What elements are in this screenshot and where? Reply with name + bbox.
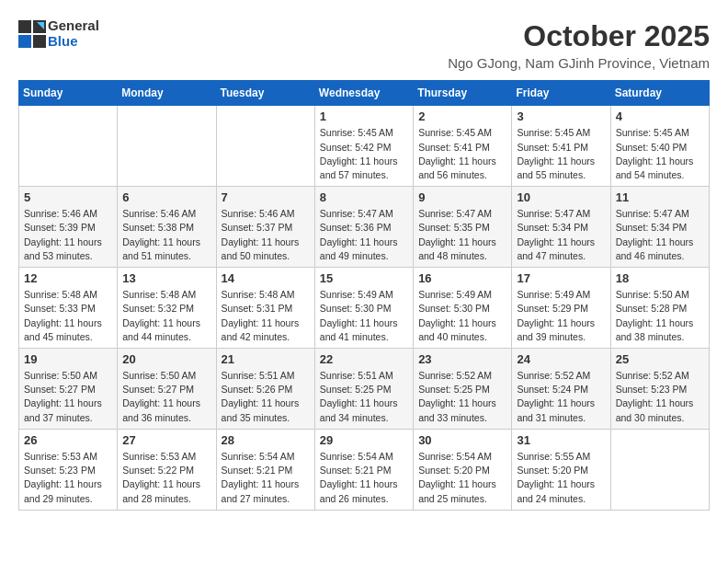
day-number: 13 bbox=[122, 271, 210, 285]
calendar-cell: 7Sunrise: 5:46 AM Sunset: 5:37 PM Daylig… bbox=[216, 187, 314, 268]
weekday-header-row: SundayMondayTuesdayWednesdayThursdayFrid… bbox=[19, 81, 710, 106]
day-info: Sunrise: 5:52 AM Sunset: 5:24 PM Dayligh… bbox=[517, 369, 605, 425]
calendar-cell bbox=[610, 429, 709, 510]
day-info: Sunrise: 5:46 AM Sunset: 5:37 PM Dayligh… bbox=[222, 207, 310, 263]
day-number: 26 bbox=[24, 433, 112, 447]
day-number: 9 bbox=[418, 190, 506, 204]
day-info: Sunrise: 5:46 AM Sunset: 5:38 PM Dayligh… bbox=[122, 207, 210, 263]
day-info: Sunrise: 5:48 AM Sunset: 5:31 PM Dayligh… bbox=[222, 288, 310, 344]
day-info: Sunrise: 5:49 AM Sunset: 5:30 PM Dayligh… bbox=[320, 288, 408, 344]
day-info: Sunrise: 5:52 AM Sunset: 5:23 PM Dayligh… bbox=[616, 369, 704, 425]
day-info: Sunrise: 5:53 AM Sunset: 5:23 PM Dayligh… bbox=[24, 450, 112, 506]
svg-rect-3 bbox=[33, 35, 46, 48]
day-number: 23 bbox=[418, 352, 506, 366]
day-number: 7 bbox=[222, 190, 310, 204]
day-number: 29 bbox=[320, 433, 408, 447]
weekday-header-cell: Friday bbox=[512, 81, 610, 106]
weekday-header-cell: Thursday bbox=[414, 81, 512, 106]
day-number: 2 bbox=[418, 109, 506, 123]
day-info: Sunrise: 5:47 AM Sunset: 5:36 PM Dayligh… bbox=[320, 207, 408, 263]
calendar-cell: 12Sunrise: 5:48 AM Sunset: 5:33 PM Dayli… bbox=[19, 268, 118, 349]
calendar-week-row: 5Sunrise: 5:46 AM Sunset: 5:39 PM Daylig… bbox=[19, 187, 710, 268]
day-number: 12 bbox=[24, 271, 112, 285]
day-number: 10 bbox=[517, 190, 605, 204]
calendar-week-row: 26Sunrise: 5:53 AM Sunset: 5:23 PM Dayli… bbox=[19, 429, 710, 510]
logo-general: General bbox=[48, 17, 99, 33]
calendar-table: SundayMondayTuesdayWednesdayThursdayFrid… bbox=[18, 80, 710, 510]
day-number: 27 bbox=[122, 433, 210, 447]
day-info: Sunrise: 5:49 AM Sunset: 5:30 PM Dayligh… bbox=[418, 288, 506, 344]
calendar-cell: 8Sunrise: 5:47 AM Sunset: 5:36 PM Daylig… bbox=[314, 187, 413, 268]
calendar-cell: 26Sunrise: 5:53 AM Sunset: 5:23 PM Dayli… bbox=[19, 429, 118, 510]
calendar-cell: 18Sunrise: 5:50 AM Sunset: 5:28 PM Dayli… bbox=[610, 268, 709, 349]
calendar-cell: 21Sunrise: 5:51 AM Sunset: 5:26 PM Dayli… bbox=[216, 349, 314, 430]
day-info: Sunrise: 5:54 AM Sunset: 5:21 PM Dayligh… bbox=[320, 450, 408, 506]
calendar-cell: 1Sunrise: 5:45 AM Sunset: 5:42 PM Daylig… bbox=[314, 106, 413, 187]
title-area: October 2025 Ngo GJong, Nam GJinh Provin… bbox=[448, 18, 710, 71]
calendar-week-row: 1Sunrise: 5:45 AM Sunset: 5:42 PM Daylig… bbox=[19, 106, 710, 187]
calendar-cell bbox=[216, 106, 314, 187]
calendar-cell: 28Sunrise: 5:54 AM Sunset: 5:21 PM Dayli… bbox=[216, 429, 314, 510]
calendar-cell: 4Sunrise: 5:45 AM Sunset: 5:40 PM Daylig… bbox=[610, 106, 709, 187]
calendar-cell: 14Sunrise: 5:48 AM Sunset: 5:31 PM Dayli… bbox=[216, 268, 314, 349]
day-info: Sunrise: 5:45 AM Sunset: 5:41 PM Dayligh… bbox=[517, 126, 605, 182]
day-number: 6 bbox=[122, 190, 210, 204]
calendar-cell: 19Sunrise: 5:50 AM Sunset: 5:27 PM Dayli… bbox=[19, 349, 118, 430]
day-number: 30 bbox=[418, 433, 506, 447]
calendar-cell: 23Sunrise: 5:52 AM Sunset: 5:25 PM Dayli… bbox=[414, 349, 512, 430]
logo-blue: Blue bbox=[48, 33, 78, 49]
weekday-header-cell: Saturday bbox=[610, 81, 709, 106]
day-number: 19 bbox=[24, 352, 112, 366]
day-info: Sunrise: 5:48 AM Sunset: 5:32 PM Dayligh… bbox=[122, 288, 210, 344]
calendar-cell: 24Sunrise: 5:52 AM Sunset: 5:24 PM Dayli… bbox=[512, 349, 610, 430]
day-info: Sunrise: 5:52 AM Sunset: 5:25 PM Dayligh… bbox=[418, 369, 506, 425]
calendar-cell: 10Sunrise: 5:47 AM Sunset: 5:34 PM Dayli… bbox=[512, 187, 610, 268]
day-number: 11 bbox=[616, 190, 704, 204]
day-number: 1 bbox=[320, 109, 408, 123]
day-info: Sunrise: 5:47 AM Sunset: 5:34 PM Dayligh… bbox=[517, 207, 605, 263]
day-number: 8 bbox=[320, 190, 408, 204]
day-info: Sunrise: 5:47 AM Sunset: 5:35 PM Dayligh… bbox=[418, 207, 506, 263]
day-number: 20 bbox=[122, 352, 210, 366]
day-info: Sunrise: 5:45 AM Sunset: 5:42 PM Dayligh… bbox=[320, 126, 408, 182]
calendar-cell: 22Sunrise: 5:51 AM Sunset: 5:25 PM Dayli… bbox=[314, 349, 413, 430]
day-number: 3 bbox=[517, 109, 605, 123]
day-number: 17 bbox=[517, 271, 605, 285]
calendar-cell: 29Sunrise: 5:54 AM Sunset: 5:21 PM Dayli… bbox=[314, 429, 413, 510]
day-info: Sunrise: 5:55 AM Sunset: 5:20 PM Dayligh… bbox=[517, 450, 605, 506]
day-info: Sunrise: 5:54 AM Sunset: 5:21 PM Dayligh… bbox=[222, 450, 310, 506]
day-info: Sunrise: 5:51 AM Sunset: 5:26 PM Dayligh… bbox=[222, 369, 310, 425]
day-info: Sunrise: 5:46 AM Sunset: 5:39 PM Dayligh… bbox=[24, 207, 112, 263]
calendar-cell bbox=[19, 106, 118, 187]
calendar-cell bbox=[118, 106, 216, 187]
day-info: Sunrise: 5:50 AM Sunset: 5:27 PM Dayligh… bbox=[24, 369, 112, 425]
calendar-cell: 13Sunrise: 5:48 AM Sunset: 5:32 PM Dayli… bbox=[118, 268, 216, 349]
weekday-header-cell: Monday bbox=[118, 81, 216, 106]
weekday-header-cell: Wednesday bbox=[314, 81, 413, 106]
calendar-cell: 2Sunrise: 5:45 AM Sunset: 5:41 PM Daylig… bbox=[414, 106, 512, 187]
calendar-cell: 6Sunrise: 5:46 AM Sunset: 5:38 PM Daylig… bbox=[118, 187, 216, 268]
calendar-cell: 27Sunrise: 5:53 AM Sunset: 5:22 PM Dayli… bbox=[118, 429, 216, 510]
calendar-cell: 17Sunrise: 5:49 AM Sunset: 5:29 PM Dayli… bbox=[512, 268, 610, 349]
calendar-week-row: 12Sunrise: 5:48 AM Sunset: 5:33 PM Dayli… bbox=[19, 268, 710, 349]
calendar-cell: 16Sunrise: 5:49 AM Sunset: 5:30 PM Dayli… bbox=[414, 268, 512, 349]
logo-icon bbox=[18, 20, 46, 48]
day-info: Sunrise: 5:49 AM Sunset: 5:29 PM Dayligh… bbox=[517, 288, 605, 344]
day-number: 28 bbox=[222, 433, 310, 447]
day-number: 5 bbox=[24, 190, 112, 204]
day-info: Sunrise: 5:48 AM Sunset: 5:33 PM Dayligh… bbox=[24, 288, 112, 344]
calendar-week-row: 19Sunrise: 5:50 AM Sunset: 5:27 PM Dayli… bbox=[19, 349, 710, 430]
calendar-cell: 20Sunrise: 5:50 AM Sunset: 5:27 PM Dayli… bbox=[118, 349, 216, 430]
calendar-cell: 5Sunrise: 5:46 AM Sunset: 5:39 PM Daylig… bbox=[19, 187, 118, 268]
day-info: Sunrise: 5:47 AM Sunset: 5:34 PM Dayligh… bbox=[616, 207, 704, 263]
day-info: Sunrise: 5:45 AM Sunset: 5:40 PM Dayligh… bbox=[616, 126, 704, 182]
weekday-header-cell: Sunday bbox=[19, 81, 118, 106]
day-info: Sunrise: 5:45 AM Sunset: 5:41 PM Dayligh… bbox=[418, 126, 506, 182]
day-number: 22 bbox=[320, 352, 408, 366]
calendar-cell: 11Sunrise: 5:47 AM Sunset: 5:34 PM Dayli… bbox=[610, 187, 709, 268]
day-info: Sunrise: 5:50 AM Sunset: 5:27 PM Dayligh… bbox=[122, 369, 210, 425]
day-number: 16 bbox=[418, 271, 506, 285]
svg-rect-2 bbox=[18, 35, 31, 48]
calendar-cell: 3Sunrise: 5:45 AM Sunset: 5:41 PM Daylig… bbox=[512, 106, 610, 187]
day-info: Sunrise: 5:53 AM Sunset: 5:22 PM Dayligh… bbox=[122, 450, 210, 506]
